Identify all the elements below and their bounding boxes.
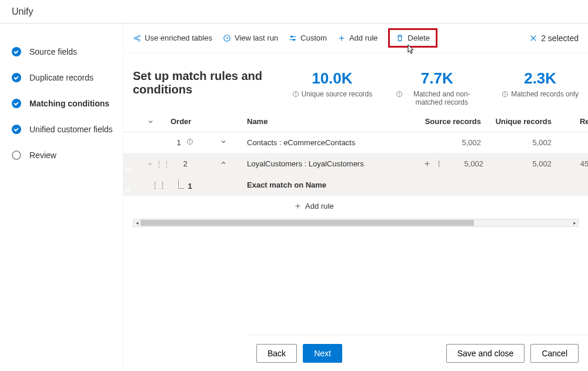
plus-icon[interactable] xyxy=(423,160,431,168)
custom-button[interactable]: Custom xyxy=(289,34,327,42)
col-unique-records[interactable]: Unique records xyxy=(488,117,559,126)
row-name: Exact match on Name xyxy=(247,181,423,189)
next-button[interactable]: Next xyxy=(303,344,342,363)
back-button[interactable]: Back xyxy=(256,344,297,363)
stat-unique-source: 10.0K Unique source records xyxy=(292,69,373,106)
info-icon xyxy=(502,91,509,98)
svg-line-3 xyxy=(136,36,138,38)
page-title: Set up match rules and conditions xyxy=(133,69,292,96)
svg-point-8 xyxy=(291,36,293,38)
col-records[interactable]: Records xyxy=(559,117,588,126)
svg-point-22 xyxy=(505,92,506,93)
row-name: Contacts : eCommerceContacts xyxy=(247,138,423,147)
svg-point-19 xyxy=(399,92,400,93)
info-icon xyxy=(396,91,403,98)
svg-point-30 xyxy=(439,165,440,166)
scrollbar-thumb[interactable] xyxy=(141,220,474,226)
table-row[interactable]: 1 Contacts : eCommerceContacts 5,002 5,0… xyxy=(123,132,588,153)
main-content: Use enriched tables View last run Custom… xyxy=(123,24,588,371)
chevron-down-icon[interactable] xyxy=(220,138,227,145)
scroll-right-icon[interactable]: ▸ xyxy=(571,219,578,226)
svg-point-2 xyxy=(138,39,141,41)
trash-icon xyxy=(396,34,404,42)
svg-point-9 xyxy=(293,39,295,41)
view-last-run-button[interactable]: View last run xyxy=(223,34,278,42)
sort-expand[interactable] xyxy=(147,118,171,125)
svg-point-28 xyxy=(439,161,440,162)
step-duplicate-records[interactable]: Duplicate records xyxy=(12,73,123,82)
plus-icon xyxy=(294,202,302,210)
table-row[interactable]: ⋮⋮ 2 LoyalCustomers : LoyalCustomers xyxy=(123,153,588,175)
add-rule-inline-button[interactable]: Add rule xyxy=(123,196,588,216)
share-icon xyxy=(133,34,141,42)
svg-point-16 xyxy=(295,92,296,93)
check-icon xyxy=(12,73,21,82)
chevron-down-icon[interactable] xyxy=(147,161,153,167)
svg-point-1 xyxy=(138,35,141,37)
sliders-icon xyxy=(289,34,297,42)
step-label: Source fields xyxy=(29,47,77,56)
info-icon xyxy=(292,91,299,98)
step-matching-conditions[interactable]: Matching conditions xyxy=(12,99,123,108)
step-source-fields[interactable]: Source fields xyxy=(12,47,123,56)
history-icon xyxy=(223,34,231,42)
rules-table: Order Name Source records Unique records… xyxy=(123,111,588,371)
stats-row: 10.0K Unique source records 7.7K Matched… xyxy=(292,69,579,106)
info-icon[interactable] xyxy=(186,138,193,145)
col-name[interactable]: Name xyxy=(247,117,423,126)
footer: Back Next Save and close Cancel xyxy=(247,335,588,371)
svg-line-4 xyxy=(136,38,138,39)
svg-point-0 xyxy=(134,37,136,39)
step-review[interactable]: Review xyxy=(12,151,123,160)
app-header: Unify xyxy=(0,0,588,24)
stat-matched-nonmatched: 7.7K Matched and non-matched records xyxy=(396,69,478,106)
step-label: Matching conditions xyxy=(29,99,109,108)
chevron-up-icon[interactable] xyxy=(220,159,227,166)
drag-handle-icon[interactable]: ⋮⋮ xyxy=(151,181,166,189)
col-source-records[interactable]: Source records xyxy=(423,117,488,126)
app-title: Unify xyxy=(12,6,33,17)
svg-point-25 xyxy=(190,140,191,141)
row-name: LoyalCustomers : LoyalCustomers xyxy=(247,159,423,168)
step-label: Duplicate records xyxy=(29,73,93,82)
use-enriched-tables-button[interactable]: Use enriched tables xyxy=(133,34,212,42)
cancel-button[interactable]: Cancel xyxy=(530,344,579,363)
toolbar: Use enriched tables View last run Custom… xyxy=(123,24,588,53)
delete-button[interactable]: Delete xyxy=(388,28,437,48)
stat-matched-only: 2.3K Matched records only xyxy=(502,69,579,106)
check-icon xyxy=(12,47,21,56)
drag-handle-icon[interactable]: ⋮⋮ xyxy=(155,159,171,168)
plus-icon xyxy=(338,34,346,42)
step-unified-customer-fields[interactable]: Unified customer fields xyxy=(12,125,123,134)
step-label: Unified customer fields xyxy=(29,125,113,134)
selection-count[interactable]: 2 selected xyxy=(529,34,579,43)
steps-sidebar: Source fields Duplicate records Matching… xyxy=(0,24,123,371)
save-and-close-button[interactable]: Save and close xyxy=(446,344,525,363)
horizontal-scrollbar[interactable]: ◂ ▸ xyxy=(133,219,579,227)
table-row[interactable]: ⋮⋮ 1 Exact match on Name xyxy=(123,175,588,196)
svg-point-29 xyxy=(439,163,440,165)
circle-icon xyxy=(12,151,21,160)
more-icon[interactable] xyxy=(438,160,440,168)
tree-line-icon xyxy=(178,179,184,189)
check-icon xyxy=(12,99,21,108)
check-icon xyxy=(12,125,21,134)
step-label: Review xyxy=(29,151,56,160)
col-order[interactable]: Order xyxy=(171,117,200,126)
scroll-left-icon[interactable]: ◂ xyxy=(133,219,141,226)
chevron-down-icon xyxy=(147,118,154,125)
table-header: Order Name Source records Unique records… xyxy=(123,111,588,132)
x-icon xyxy=(529,34,537,42)
add-rule-button[interactable]: Add rule xyxy=(338,34,377,42)
